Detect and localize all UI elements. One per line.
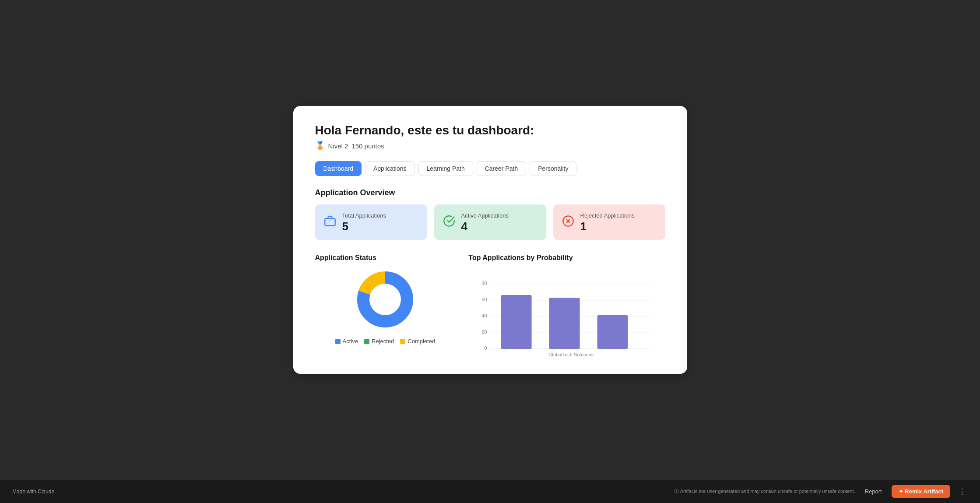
bottom-section: Application Status: [315, 254, 665, 356]
bar-1: [501, 295, 532, 349]
stat-info-total: Total Applications 5: [342, 212, 386, 232]
svg-text:40: 40: [482, 313, 487, 318]
prob-section: Top Applications by Probability 0 20 40 …: [468, 254, 665, 356]
main-card: Hola Fernando, este es tu dashboard: 🏅 N…: [293, 106, 687, 374]
tab-personality[interactable]: Personality: [530, 161, 576, 176]
tab-career-path[interactable]: Career Path: [477, 161, 526, 176]
made-with-label: Made with Claude: [12, 489, 54, 495]
pie-chart: [355, 269, 416, 332]
check-circle-icon: [443, 215, 455, 230]
stat-label-active: Active Applications: [461, 212, 509, 219]
pie-area: Active Rejected Completed: [315, 269, 456, 345]
remix-button[interactable]: ✦ Remix Artifact: [892, 485, 950, 498]
tab-bar: Dashboard Applications Learning Path Car…: [315, 161, 665, 176]
app-status-title: Application Status: [315, 254, 456, 262]
bar-chart: 0 20 40 60 80: [468, 269, 665, 356]
more-options-button[interactable]: ⋮: [956, 487, 968, 496]
stat-label-total: Total Applications: [342, 212, 386, 219]
legend-label-rejected: Rejected: [372, 338, 394, 345]
legend-active: Active: [335, 338, 358, 345]
bar-chart-svg: 0 20 40 60 80: [468, 269, 665, 356]
svg-text:80: 80: [482, 281, 487, 286]
bottom-bar-left: Made with Claude: [12, 489, 54, 495]
points-text: 150 puntos: [351, 142, 384, 150]
stat-info-rejected: Rejected Applications 1: [580, 212, 635, 232]
briefcase-icon: [324, 215, 336, 230]
svg-text:60: 60: [482, 297, 487, 302]
legend-dot-rejected: [364, 339, 369, 344]
legend-label-completed: Completed: [407, 338, 435, 345]
bottom-bar: Made with Claude ⓘ Artifacts are user-ge…: [0, 480, 980, 503]
medal-icon: 🏅: [315, 141, 325, 151]
stat-card-total: Total Applications 5: [315, 204, 427, 240]
legend-dot-active: [335, 339, 341, 344]
bottom-bar-right: ⓘ Artifacts are user-generated and may c…: [674, 485, 968, 498]
overview-title: Application Overview: [315, 188, 665, 197]
legend-dot-completed: [400, 339, 405, 344]
tab-dashboard[interactable]: Dashboard: [315, 161, 362, 176]
pie-legend: Active Rejected Completed: [335, 338, 436, 345]
level-row: 🏅 Nivel 2 150 puntos: [315, 141, 665, 151]
tab-learning-path[interactable]: Learning Path: [418, 161, 473, 176]
legend-label-active: Active: [343, 338, 358, 345]
stat-value-rejected: 1: [580, 221, 635, 232]
bar-3: [597, 315, 628, 349]
level-label: Nivel 2: [328, 142, 348, 150]
legend-completed: Completed: [400, 338, 435, 345]
legend-rejected: Rejected: [364, 338, 394, 345]
info-text: ⓘ Artifacts are user-generated and may c…: [674, 488, 855, 495]
tab-applications[interactable]: Applications: [365, 161, 415, 176]
stat-card-rejected: Rejected Applications 1: [553, 204, 665, 240]
svg-rect-0: [325, 218, 335, 225]
prob-title: Top Applications by Probability: [468, 254, 665, 262]
report-button[interactable]: Report: [861, 486, 885, 496]
app-status-section: Application Status: [315, 254, 456, 356]
svg-text:GlobalTech Solutions: GlobalTech Solutions: [548, 352, 594, 356]
stat-label-rejected: Rejected Applications: [580, 212, 635, 219]
stat-card-active: Active Applications 4: [434, 204, 546, 240]
greeting-title: Hola Fernando, este es tu dashboard:: [315, 123, 665, 137]
stat-value-total: 5: [342, 221, 386, 232]
stat-info-active: Active Applications 4: [461, 212, 509, 232]
stats-row: Total Applications 5 Active Applications…: [315, 204, 665, 240]
svg-text:20: 20: [482, 329, 487, 334]
svg-text:0: 0: [485, 345, 487, 351]
x-circle-icon: [562, 215, 574, 230]
bar-2: [549, 298, 580, 349]
stat-value-active: 4: [461, 221, 509, 232]
